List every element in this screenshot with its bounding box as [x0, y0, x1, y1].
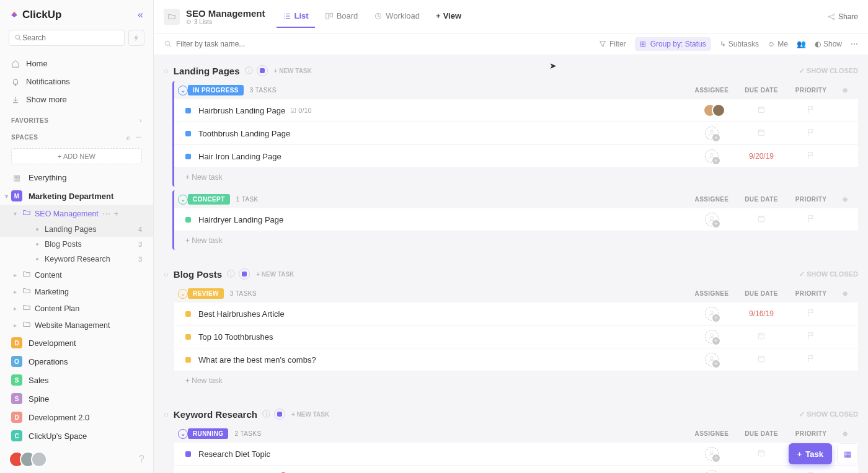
- share-button[interactable]: Share: [827, 12, 858, 21]
- new-task-inline[interactable]: + New task: [174, 371, 858, 390]
- apps-button[interactable]: ▦: [837, 443, 858, 464]
- spaces-settings-icon[interactable]: ⋯: [136, 134, 143, 141]
- gear-icon[interactable]: ⚙: [186, 19, 192, 25]
- space-item[interactable]: SSpine: [0, 389, 153, 408]
- assign-button[interactable]: [687, 149, 737, 163]
- more-icon[interactable]: ⋯: [851, 40, 858, 48]
- new-task-inline[interactable]: + New task: [174, 231, 858, 250]
- filter-input[interactable]: [176, 40, 362, 48]
- assign-button[interactable]: [687, 447, 737, 461]
- spaces-header[interactable]: SPACES ⌕ ⋯: [0, 128, 153, 144]
- due-date-button[interactable]: [737, 449, 786, 459]
- nav-notifications[interactable]: Notifications: [0, 73, 153, 91]
- new-task-link[interactable]: + NEW TASK: [256, 271, 294, 278]
- status-collapse-icon[interactable]: ⌄: [178, 289, 188, 299]
- collapse-icon[interactable]: ○: [164, 410, 169, 419]
- folder-item[interactable]: ▸ Content Plan: [0, 300, 153, 317]
- space-item[interactable]: DDevelopment 2.0: [0, 408, 153, 427]
- show-closed-button[interactable]: ✓ SHOW CLOSED: [799, 410, 858, 418]
- status-square-icon[interactable]: [185, 334, 191, 340]
- assignee-avatars[interactable]: [687, 104, 737, 117]
- space-item[interactable]: CClickUp's Space: [0, 427, 153, 445]
- task-row[interactable]: What are the best men's combs?: [174, 348, 858, 371]
- due-date-button[interactable]: [737, 128, 786, 139]
- show-closed-button[interactable]: ✓ SHOW CLOSED: [799, 67, 858, 75]
- show-closed-button[interactable]: ✓ SHOW CLOSED: [799, 270, 858, 278]
- add-column-icon[interactable]: ⊕: [836, 196, 854, 203]
- folder-seo-management[interactable]: ▾ SEO Management ⋯ +: [0, 205, 153, 222]
- filter-button[interactable]: Filter: [598, 40, 626, 48]
- folder-item[interactable]: ▸ Marketing: [0, 283, 153, 300]
- space-marketing[interactable]: ▾ MMarketing Department: [0, 187, 153, 205]
- groupby-button[interactable]: ⊞ Group by: Status: [635, 37, 711, 51]
- view-tab-workload[interactable]: Workload: [368, 5, 426, 28]
- assign-button[interactable]: [687, 126, 737, 140]
- task-row[interactable]: What is the Keto Diet−: [174, 466, 858, 473]
- logo[interactable]: ClickUp: [10, 9, 61, 21]
- color-badge[interactable]: [239, 268, 250, 280]
- status-square-icon[interactable]: [185, 357, 191, 363]
- quick-action-button[interactable]: [128, 30, 144, 46]
- favorites-header[interactable]: FAVORITES ›: [0, 111, 153, 128]
- add-space-button[interactable]: + ADD NEW: [11, 148, 142, 164]
- nav-home[interactable]: Home: [0, 55, 153, 73]
- new-task-inline[interactable]: + New task: [174, 168, 858, 187]
- folder-item[interactable]: ▸ Website Management: [0, 317, 153, 334]
- info-icon[interactable]: ⓘ: [245, 65, 253, 76]
- sidebar-item-everything[interactable]: ▦ Everything: [0, 168, 153, 187]
- collapse-icon[interactable]: ○: [164, 66, 169, 76]
- color-badge[interactable]: [274, 409, 285, 420]
- add-column-icon[interactable]: ⊕: [836, 430, 854, 437]
- list-item[interactable]: Keyword Research3: [0, 252, 153, 267]
- task-row[interactable]: Hair Iron Landing Page9/20/19: [174, 145, 858, 168]
- due-date-button[interactable]: [737, 214, 786, 225]
- priority-button[interactable]: [786, 151, 836, 162]
- assign-button[interactable]: [687, 330, 737, 343]
- status-label[interactable]: CONCEPT: [188, 194, 230, 205]
- due-date-button[interactable]: [737, 105, 786, 116]
- info-icon[interactable]: ⓘ: [227, 268, 235, 280]
- view-tab-board[interactable]: Board: [319, 5, 365, 28]
- list-item[interactable]: Landing Pages4: [0, 222, 153, 237]
- status-label[interactable]: IN PROGRESS: [188, 85, 244, 95]
- assign-button[interactable]: [687, 307, 737, 320]
- task-row[interactable]: Top 10 Toothbrushes: [174, 325, 858, 348]
- status-collapse-icon[interactable]: ⌄: [178, 86, 188, 95]
- list-item[interactable]: Blog Posts3: [0, 237, 153, 252]
- folder-icon[interactable]: [164, 9, 180, 25]
- show-button[interactable]: ◐ Show: [815, 40, 842, 48]
- due-date[interactable]: 9/20/19: [737, 152, 786, 161]
- assign-button[interactable]: [687, 470, 737, 473]
- collapse-sidebar-icon[interactable]: «: [138, 9, 143, 20]
- folder-item[interactable]: ▸ Content: [0, 267, 153, 283]
- user-avatars[interactable]: [9, 451, 42, 467]
- priority-button[interactable]: [786, 355, 836, 365]
- due-date-button[interactable]: [737, 355, 786, 365]
- new-task-link[interactable]: + NEW TASK: [291, 411, 329, 418]
- assign-button[interactable]: [687, 213, 737, 226]
- status-square-icon[interactable]: [185, 108, 191, 113]
- nav-show-more[interactable]: Show more: [0, 91, 153, 108]
- task-row[interactable]: Research Diet Topic: [174, 443, 858, 466]
- task-row[interactable]: Toothbrush Landing Page: [174, 122, 858, 145]
- assign-button[interactable]: [687, 353, 737, 366]
- add-column-icon[interactable]: ⊕: [836, 87, 854, 94]
- collapse-icon[interactable]: ○: [164, 270, 169, 279]
- task-row[interactable]: Hairdryer Landing Page: [174, 208, 858, 231]
- add-to-folder-icon[interactable]: +: [114, 210, 118, 218]
- me-button[interactable]: ☺ Me: [768, 40, 788, 48]
- priority-button[interactable]: [786, 128, 836, 139]
- add-view-button[interactable]: + View: [430, 5, 467, 28]
- help-icon[interactable]: ?: [139, 454, 144, 465]
- priority-button[interactable]: [786, 309, 836, 319]
- new-task-button[interactable]: +Task: [789, 443, 832, 464]
- folder-menu-icon[interactable]: ⋯: [102, 209, 110, 218]
- status-square-icon[interactable]: [185, 217, 191, 223]
- color-badge[interactable]: [257, 65, 268, 76]
- spaces-search-icon[interactable]: ⌕: [126, 134, 131, 141]
- status-square-icon[interactable]: [185, 154, 191, 159]
- priority-button[interactable]: [786, 332, 836, 342]
- task-row[interactable]: Hairbrush Landing Page☑ 0/10: [174, 99, 858, 122]
- priority-button[interactable]: [786, 214, 836, 225]
- task-row[interactable]: Best Hairbrushes Article9/16/19: [174, 303, 858, 325]
